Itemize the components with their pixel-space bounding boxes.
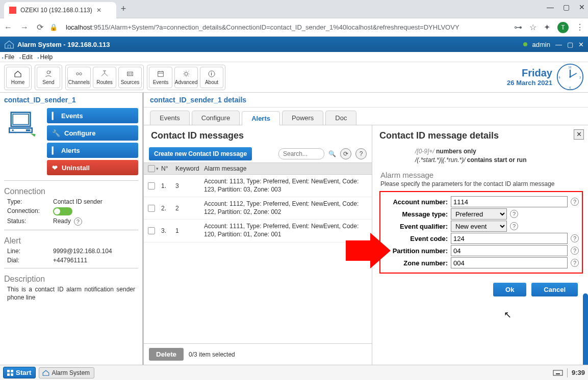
key-icon[interactable]: ⊶ bbox=[514, 22, 522, 32]
house-icon bbox=[42, 369, 49, 376]
help-icon[interactable]: ? bbox=[571, 259, 579, 267]
event-qualifier-select[interactable]: New event bbox=[451, 221, 507, 232]
profile-avatar[interactable]: T bbox=[557, 22, 569, 33]
table-row[interactable]: 2. 2 Account: 1112, Type: Preferred, Eve… bbox=[144, 197, 372, 220]
partition-label: Partition number: bbox=[384, 247, 451, 255]
calendar-icon bbox=[156, 69, 165, 78]
delete-button[interactable]: Delete bbox=[149, 348, 184, 361]
tab-events[interactable]: Events bbox=[150, 111, 190, 125]
svg-point-7 bbox=[185, 72, 188, 75]
nav-reload-icon[interactable]: ⟳ bbox=[37, 22, 43, 32]
table-row[interactable]: 3. 1 Account: 1111, Type: Preferred, Eve… bbox=[144, 220, 372, 242]
menu-file[interactable]: File bbox=[2, 53, 14, 61]
help-button[interactable]: ? bbox=[355, 148, 367, 159]
keyboard-icon[interactable] bbox=[553, 369, 563, 377]
account-label: Account number: bbox=[384, 198, 451, 206]
start-button[interactable]: Start bbox=[3, 367, 36, 378]
nav-forward-icon[interactable]: → bbox=[20, 23, 29, 32]
star-icon[interactable]: ☆ bbox=[529, 22, 536, 32]
menu-edit[interactable]: Edit bbox=[19, 53, 33, 61]
side-uninstall-button[interactable]: ❤Uninstall bbox=[47, 160, 138, 175]
nav-back-icon[interactable]: ← bbox=[4, 23, 12, 32]
flag-icon: ▎ bbox=[52, 112, 57, 120]
highlighted-form: Account number: ? Message type: Preferre… bbox=[379, 191, 583, 274]
content-tabs: Events Configure Alerts Powers Doc bbox=[144, 107, 588, 125]
refresh-button[interactable]: ⟳ bbox=[340, 148, 351, 159]
url-text[interactable]: localhost:9515/Alarm+System/?a=connectio… bbox=[66, 23, 508, 31]
svg-text:!: ! bbox=[50, 70, 51, 74]
row-checkbox[interactable] bbox=[148, 205, 155, 212]
tab-configure[interactable]: Configure bbox=[192, 111, 240, 125]
help-icon[interactable]: ? bbox=[74, 218, 82, 226]
row-checkbox[interactable] bbox=[148, 182, 155, 189]
msgtype-label: Message type: bbox=[384, 210, 451, 218]
app-house-icon bbox=[4, 40, 14, 49]
partition-number-input[interactable] bbox=[451, 245, 568, 256]
tab-alerts[interactable]: Alerts bbox=[242, 111, 280, 125]
help-icon[interactable]: ? bbox=[571, 234, 579, 242]
maximize-icon[interactable]: ▢ bbox=[563, 3, 570, 11]
table-row[interactable]: 1. 3 Account: 1113, Type: Preferred, Eve… bbox=[144, 175, 372, 197]
content-header: contact_ID_sender_1 details bbox=[144, 93, 588, 107]
alarm-message-note: Please specify the parameters for the co… bbox=[379, 180, 583, 192]
side-configure-button[interactable]: 🔧Configure bbox=[47, 125, 138, 141]
eventqualifier-label: Event qualifier: bbox=[384, 223, 451, 230]
ok-button[interactable]: Ok bbox=[493, 283, 526, 296]
new-tab-button[interactable]: + bbox=[116, 4, 131, 14]
tb-routes-button[interactable]: Routes bbox=[93, 67, 116, 88]
side-events-button[interactable]: ▎Events bbox=[47, 108, 138, 123]
description-text: This is a contact ID alarm notification … bbox=[0, 285, 142, 303]
minimize-icon[interactable]: — bbox=[547, 3, 554, 11]
menu-help[interactable]: Help bbox=[38, 53, 53, 61]
close-window-icon[interactable]: ✕ bbox=[579, 3, 585, 11]
tb-about-button[interactable]: i About bbox=[200, 67, 223, 88]
help-icon[interactable]: ? bbox=[510, 210, 518, 218]
messages-title: Contact ID messages bbox=[144, 125, 372, 145]
tb-events-button[interactable]: Events bbox=[149, 67, 172, 88]
menu-dots-icon[interactable]: ⋮ bbox=[576, 22, 584, 32]
connection-toggle[interactable] bbox=[53, 207, 72, 215]
tb-sources-button[interactable]: Sources bbox=[118, 67, 142, 88]
help-icon[interactable]: ? bbox=[510, 222, 518, 230]
puzzle-icon[interactable]: ✦ bbox=[544, 22, 550, 32]
connection-heading: Connection bbox=[0, 184, 142, 197]
dropdown-arrow-icon[interactable]: ▾ bbox=[156, 166, 159, 171]
tb-advanced-button[interactable]: Advanced bbox=[174, 67, 198, 88]
help-icon[interactable]: ? bbox=[571, 198, 579, 206]
account-number-input[interactable] bbox=[451, 196, 568, 207]
search-input[interactable] bbox=[278, 148, 324, 159]
event-code-input[interactable] bbox=[451, 233, 568, 244]
scrollbar[interactable] bbox=[583, 293, 588, 365]
home-icon bbox=[13, 69, 22, 78]
browser-tab[interactable]: OZEKI 10 (192.168.0.113) ✕ bbox=[4, 2, 116, 18]
side-alerts-button[interactable]: ▎Alerts bbox=[47, 143, 138, 158]
cancel-button[interactable]: Cancel bbox=[531, 283, 578, 296]
tb-home-button[interactable]: Home bbox=[6, 67, 30, 88]
tb-send-button[interactable]: ! Send bbox=[37, 67, 60, 88]
svg-text:i: i bbox=[211, 71, 212, 76]
tab-powers[interactable]: Powers bbox=[282, 111, 323, 125]
date-display: Friday 26 March 2021 bbox=[507, 67, 552, 87]
taskbar-item[interactable]: Alarm System bbox=[39, 367, 94, 378]
message-type-select[interactable]: Preferred bbox=[451, 208, 507, 220]
app-minimize-icon[interactable]: — bbox=[555, 41, 562, 48]
tab-favicon-icon bbox=[9, 7, 16, 14]
zone-number-input[interactable] bbox=[451, 257, 568, 268]
tab-doc[interactable]: Doc bbox=[325, 111, 356, 125]
svg-rect-6 bbox=[158, 72, 164, 77]
svg-rect-26 bbox=[7, 373, 10, 376]
help-icon[interactable]: ? bbox=[571, 247, 579, 255]
app-close-icon[interactable]: ✕ bbox=[578, 41, 584, 48]
create-message-button[interactable]: Create new Contact ID message bbox=[149, 147, 252, 160]
tab-close-icon[interactable]: ✕ bbox=[96, 7, 101, 14]
user-label[interactable]: admin bbox=[532, 41, 550, 48]
svg-text:6: 6 bbox=[569, 86, 571, 89]
tb-channels-button[interactable]: Channels bbox=[67, 67, 91, 88]
search-icon[interactable]: 🔍 bbox=[328, 150, 336, 157]
send-icon: ! bbox=[44, 69, 53, 78]
row-checkbox[interactable] bbox=[148, 227, 155, 234]
details-close-button[interactable]: ✕ bbox=[574, 129, 584, 140]
app-maximize-icon[interactable]: ▢ bbox=[567, 41, 573, 48]
details-title: Contact ID message details bbox=[372, 125, 588, 145]
select-all-checkbox[interactable] bbox=[148, 165, 155, 172]
